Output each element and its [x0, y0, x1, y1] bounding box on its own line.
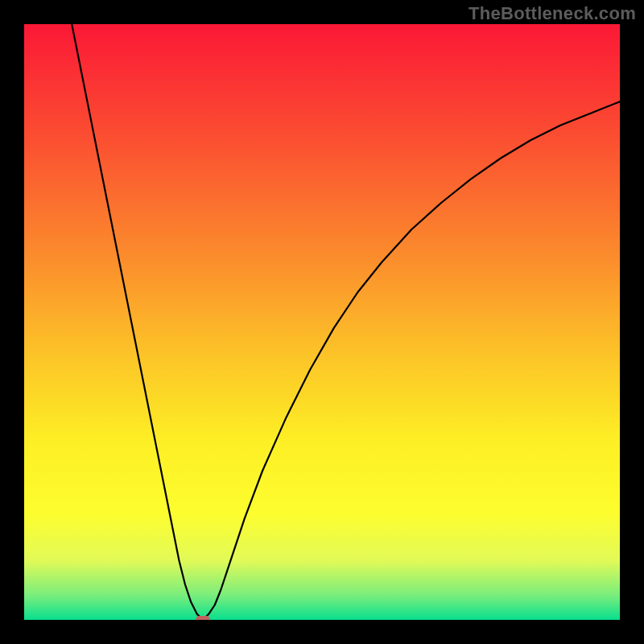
gradient-background	[24, 24, 620, 620]
watermark-text: TheBottleneck.com	[469, 3, 636, 24]
plot-area	[24, 24, 620, 620]
chart-svg	[24, 24, 620, 620]
chart-frame: TheBottleneck.com	[0, 0, 644, 644]
minimum-marker	[196, 616, 210, 620]
